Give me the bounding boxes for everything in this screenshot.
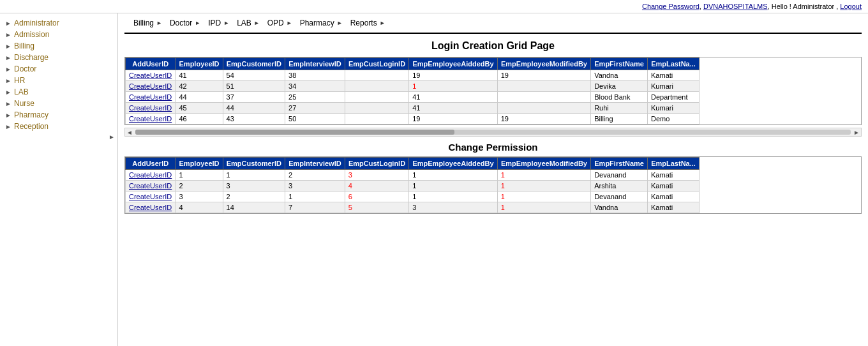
last-name-cell: Kumari [648, 103, 700, 114]
table-row: CreateUserID 4 14 7 5 3 1 Vandna Kamati [126, 202, 700, 213]
nav-reports[interactable]: Reports ► [347, 16, 389, 30]
cp-add-userid-cell[interactable]: CreateUserID [126, 170, 176, 181]
scroll-right-icon[interactable]: ► [108, 133, 115, 140]
aided-by-cell: 19 [409, 70, 497, 81]
sidebar-item-doctor[interactable]: ► Doctor [0, 63, 117, 75]
sidebar-item-admission[interactable]: ► Admission [0, 29, 117, 40]
cp-last-name-cell: Kamati [648, 181, 700, 192]
cp-add-userid-cell[interactable]: CreateUserID [126, 192, 176, 202]
add-userid-cell[interactable]: CreateUserID [126, 70, 176, 81]
sidebar-item-nurse[interactable]: ► Nurse [0, 98, 117, 109]
nav-pharmacy-label: Pharmacy [300, 19, 334, 27]
cp-cust-login-id-cell: 4 [345, 181, 408, 192]
interview-id-cell: 34 [285, 81, 345, 92]
col-empcustomerid: EmpCustomerID [223, 58, 285, 70]
sidebar-arrow-icon: ► [5, 54, 11, 61]
scroll-thumb[interactable] [135, 130, 454, 135]
nav-doctor[interactable]: Doctor ► [166, 16, 204, 30]
cp-modified-by-cell: 1 [497, 170, 590, 181]
aided-by-cell: 1 [409, 81, 497, 92]
sidebar-item-billing[interactable]: ► Billing [0, 40, 117, 52]
cp-col-employeeid: EmployeeID [176, 158, 223, 170]
sidebar-item-label: Reception [14, 122, 49, 131]
nav-arrow-icon: ► [223, 20, 229, 26]
aided-by-cell: 19 [409, 114, 497, 124]
hospital-link[interactable]: DVNAHOSPITALMS [703, 3, 768, 10]
sidebar-arrow-icon: ► [5, 66, 11, 72]
nav-arrow-icon: ► [156, 20, 162, 26]
cp-interview-id-cell: 7 [285, 202, 345, 213]
cp-col-empcustloginid: EmpCustLoginID [345, 158, 408, 170]
nav-billing-label: Billing [133, 19, 154, 27]
last-name-cell: Kumari [648, 81, 700, 92]
add-userid-cell[interactable]: CreateUserID [126, 103, 176, 114]
nav-arrow-icon: ► [254, 20, 260, 26]
cp-add-userid-cell[interactable]: CreateUserID [126, 181, 176, 192]
sidebar-item-discharge[interactable]: ► Discharge [0, 52, 117, 63]
cp-aided-by-cell: 3 [409, 202, 497, 213]
cp-modified-by-cell: 1 [497, 181, 590, 192]
sidebar-item-hr[interactable]: ► HR [0, 75, 117, 86]
cp-col-emplastname: EmpLastNa... [648, 158, 700, 170]
sidebar-item-label: Pharmacy [14, 110, 49, 119]
cp-modified-by-cell: 1 [497, 192, 590, 202]
interview-id-cell: 50 [285, 114, 345, 124]
cp-cust-id-cell: 3 [223, 181, 285, 192]
sidebar-arrow-icon: ► [5, 123, 11, 130]
table-row: CreateUserID 3 2 1 6 1 1 Devanand Kamati [126, 192, 700, 202]
sidebar-item-label: LAB [14, 87, 29, 96]
first-name-cell: Blood Bank [591, 92, 648, 103]
logout-link[interactable]: Logout [840, 3, 862, 10]
cp-first-name-cell: Devanand [591, 170, 648, 181]
first-name-cell: Vandna [591, 70, 648, 81]
cp-employee-id-cell: 2 [176, 181, 223, 192]
cp-add-userid-cell[interactable]: CreateUserID [126, 202, 176, 213]
modified-by-cell: 19 [497, 70, 590, 81]
cust-id-cell: 37 [223, 92, 285, 103]
add-userid-cell[interactable]: CreateUserID [126, 92, 176, 103]
nav-pharmacy[interactable]: Pharmacy ► [296, 16, 347, 30]
cp-aided-by-cell: 1 [409, 170, 497, 181]
first-name-cell: Billing [591, 114, 648, 124]
col-adduserid: AddUserID [126, 58, 176, 70]
login-grid-title: Login Creation Grid Page [124, 40, 862, 52]
first-name-cell: Ruhi [591, 103, 648, 114]
cust-login-id-cell [345, 92, 408, 103]
sidebar-item-administrator[interactable]: ► Administrator [0, 17, 117, 29]
add-userid-cell[interactable]: CreateUserID [126, 114, 176, 124]
scroll-right-icon[interactable]: ► [852, 129, 861, 136]
scroll-left-icon[interactable]: ◄ [125, 129, 134, 136]
sidebar-item-pharmacy[interactable]: ► Pharmacy [0, 109, 117, 121]
sidebar-item-reception[interactable]: ► Reception [0, 121, 117, 132]
nav-ipd[interactable]: IPD ► [204, 16, 233, 30]
nav-lab[interactable]: LAB ► [233, 16, 264, 30]
login-grid-wrapper: AddUserID EmployeeID EmpCustomerID EmpIn… [124, 57, 862, 125]
nav-billing[interactable]: Billing ► [130, 16, 166, 30]
change-permission-title: Change Permission [124, 142, 862, 153]
cust-login-id-cell [345, 114, 408, 124]
nav-doctor-label: Doctor [170, 19, 192, 27]
col-employeeid: EmployeeID [176, 58, 223, 70]
nav-lab-label: LAB [237, 19, 251, 27]
cp-col-empcustomerid: EmpCustomerID [223, 158, 285, 170]
col-emplastname: EmpLastNa... [648, 58, 700, 70]
cp-employee-id-cell: 3 [176, 192, 223, 202]
cp-col-empinterviewid: EmpInterviewID [285, 158, 345, 170]
nav-opd[interactable]: OPD ► [264, 16, 296, 30]
cp-last-name-cell: Kamati [648, 170, 700, 181]
cp-cust-login-id-cell: 5 [345, 202, 408, 213]
add-userid-cell[interactable]: CreateUserID [126, 81, 176, 92]
cp-employee-id-cell: 1 [176, 170, 223, 181]
employee-id-cell: 45 [176, 103, 223, 114]
employee-id-cell: 42 [176, 81, 223, 92]
sidebar-item-label: Nurse [14, 99, 34, 108]
sidebar-item-label: HR [14, 76, 25, 85]
login-grid-scrollbar[interactable]: ◄ ► [124, 128, 862, 137]
cp-aided-by-cell: 1 [409, 192, 497, 202]
sidebar-item-lab[interactable]: ► LAB [0, 86, 117, 98]
change-password-link[interactable]: Change Password [642, 3, 700, 10]
cp-cust-id-cell: 2 [223, 192, 285, 202]
table-row: CreateUserID 42 51 34 1 Devika Kumari [126, 81, 700, 92]
nav-arrow-icon: ► [380, 20, 385, 26]
cp-cust-login-id-cell: 3 [345, 170, 408, 181]
